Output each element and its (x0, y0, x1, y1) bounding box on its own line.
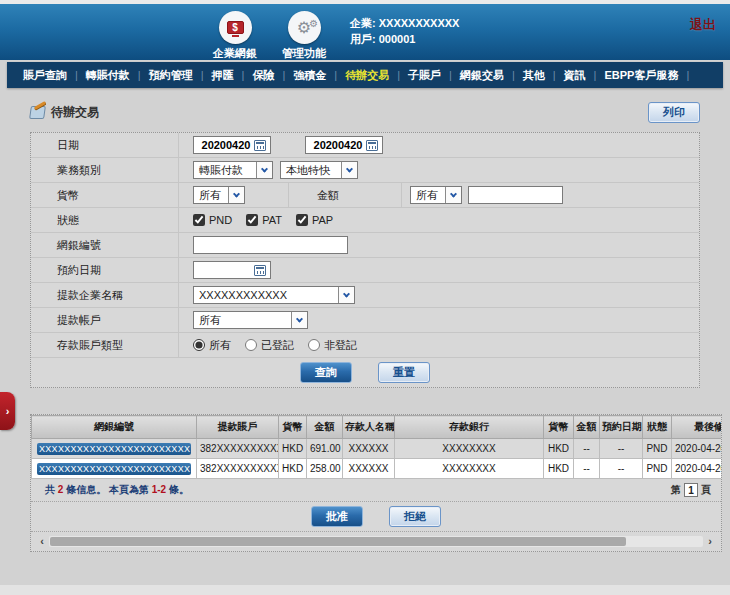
nav-item-sub-account[interactable]: 子賬戶 (408, 68, 460, 83)
scrollbar-thumb[interactable] (50, 537, 626, 546)
deposit-type-radio-all[interactable] (193, 339, 205, 351)
col-ebank-no: 網銀編號 (32, 416, 197, 439)
schedule-date-field (193, 261, 271, 279)
ebanking-menu-button[interactable]: $ 企業網銀 (203, 11, 267, 61)
nav-item-insurance[interactable]: 保險 (252, 68, 293, 83)
deposit-type-option-all: 所有 (193, 338, 231, 353)
schedule-date-input[interactable] (198, 263, 248, 277)
withdraw-account-select[interactable]: 所有 (193, 311, 308, 329)
chevron-down-icon (445, 187, 461, 203)
search-form: 日期 業務類別 轉賬付款 本地特快 (30, 132, 700, 388)
chevron-down-icon (291, 312, 307, 328)
edit-note-icon (29, 106, 46, 119)
nav-item-account-inquiry[interactable]: 賬戶查詢 (23, 68, 86, 83)
dollar-monitor-icon: $ (227, 21, 244, 34)
ebanking-icon: $ (219, 11, 252, 44)
col-withdraw-account: 提款賬戶 (197, 416, 279, 439)
nav-item-information[interactable]: 資訊 (564, 68, 605, 83)
currency-select[interactable]: 所有 (193, 186, 245, 204)
nav-item-trade-bills[interactable]: 押匯 (212, 68, 253, 83)
deposit-type-unregistered-label: 非登記 (324, 338, 357, 353)
status-checkbox-pnd[interactable] (193, 214, 205, 226)
col-currency-1: 貨幣 (279, 416, 307, 439)
scroll-left-icon[interactable]: ‹ (35, 535, 49, 548)
page-suffix: 頁 (701, 483, 711, 497)
col-last-modified: 最後修改日期 (672, 416, 722, 439)
biz-subtype-select[interactable]: 本地特快 (280, 161, 358, 179)
table-header-row: 網銀編號 提款賬戶 貨幣 金額 存款人名稱 存款銀行 貨幣 金額 預約日期 狀態… (32, 416, 722, 439)
chevron-down-icon (256, 162, 272, 178)
chevron-down-icon (341, 162, 357, 178)
admin-icon-label: 管理功能 (272, 46, 336, 61)
scrollbar-track[interactable] (49, 536, 703, 547)
record-range: 1-2 (152, 484, 166, 495)
col-status: 狀態 (643, 416, 672, 439)
ebank-no-input[interactable] (193, 236, 348, 254)
nav-item-ebank-transactions[interactable]: 網銀交易 (460, 68, 523, 83)
deposit-type-option-unregistered: 非登記 (308, 338, 357, 353)
status-label: 狀態 (31, 208, 179, 232)
company-name-label: 提款企業名稱 (31, 283, 179, 307)
print-button[interactable]: 列印 (648, 102, 700, 123)
col-currency-2: 貨幣 (544, 416, 574, 439)
date-to-input[interactable] (310, 138, 366, 152)
status-option-pat: PAT (246, 214, 282, 226)
amount-op-select[interactable]: 所有 (410, 186, 462, 204)
user-value: 000001 (379, 33, 416, 45)
status-checkbox-pat[interactable] (246, 214, 258, 226)
table-row[interactable]: XXXXXXXXXXXXXXXXXXXXXXXX 382XXXXXXXXXXXX… (32, 439, 722, 459)
biz-type-select[interactable]: 轉賬付款 (193, 161, 273, 179)
nav-item-mpf[interactable]: 強積金 (293, 68, 345, 83)
user-label: 用戶: (350, 33, 376, 45)
side-panel-toggle[interactable]: › (0, 392, 15, 430)
calendar-icon[interactable] (254, 265, 266, 276)
gear-icon: ⚙⚙ (288, 11, 321, 44)
ebank-no-link[interactable]: XXXXXXXXXXXXXXXXXXXXXXXX (37, 463, 191, 475)
chevron-down-icon (228, 187, 244, 203)
deposit-type-radio-registered[interactable] (245, 339, 257, 351)
deposit-type-all-label: 所有 (209, 338, 231, 353)
deposit-type-registered-label: 已登記 (261, 338, 294, 353)
logout-button[interactable]: 退出 (690, 16, 716, 34)
ebank-no-label: 網銀編號 (31, 233, 179, 257)
table-row[interactable]: XXXXXXXXXXXXXXXXXXXXXXXX 382XXXXXXXXXXXX… (32, 459, 722, 479)
pagination: 第 1 頁 (671, 483, 711, 497)
calendar-icon[interactable] (254, 140, 266, 151)
nav-item-ebpp-service[interactable]: EBPP客戶服務 (604, 68, 697, 83)
date-label: 日期 (31, 133, 179, 157)
admin-menu-button[interactable]: ⚙⚙ 管理功能 (272, 11, 336, 61)
date-to-field (305, 136, 383, 154)
ebank-no-link[interactable]: XXXXXXXXXXXXXXXXXXXXXXXX (37, 443, 191, 455)
currency-label: 貨幣 (31, 183, 179, 207)
results-table-wrap: 網銀編號 提款賬戶 貨幣 金額 存款人名稱 存款銀行 貨幣 金額 預約日期 狀態… (31, 415, 721, 479)
results-panel: 網銀編號 提款賬戶 貨幣 金額 存款人名稱 存款銀行 貨幣 金額 預約日期 狀態… (30, 414, 722, 552)
amount-label: 金額 (289, 183, 402, 207)
session-info: 企業: XXXXXXXXXXX 用戶: 000001 (350, 15, 459, 47)
company-value: XXXXXXXXXXX (379, 17, 460, 29)
biz-type-label: 業務類別 (31, 158, 179, 182)
status-checkbox-pap[interactable] (296, 214, 308, 226)
company-label: 企業: (350, 17, 376, 29)
deposit-type-label: 存款賬戶類型 (31, 333, 179, 357)
nav-item-transfer-payment[interactable]: 轉賬付款 (86, 68, 149, 83)
col-deposit-bank: 存款銀行 (395, 416, 544, 439)
scroll-right-icon[interactable]: › (703, 535, 717, 548)
company-name-select[interactable]: XXXXXXXXXXXX (193, 286, 355, 304)
amount-input[interactable] (468, 186, 563, 204)
nav-item-pending-transactions[interactable]: 待辦交易 (345, 68, 408, 83)
reset-button[interactable]: 重置 (378, 362, 430, 383)
page-number-input[interactable]: 1 (684, 483, 698, 497)
nav-item-schedule-management[interactable]: 預約管理 (149, 68, 212, 83)
bottom-strip (0, 585, 730, 595)
calendar-icon[interactable] (366, 140, 378, 151)
approve-button[interactable]: 批准 (311, 506, 363, 527)
query-button[interactable]: 查詢 (300, 362, 352, 383)
page-title: 待辦交易 (30, 104, 99, 121)
nav-item-others[interactable]: 其他 (523, 68, 564, 83)
reject-button[interactable]: 拒絕 (389, 506, 441, 527)
deposit-type-radio-unregistered[interactable] (308, 339, 320, 351)
record-summary: 共 2 條信息。 本頁為第 1-2 條。 (45, 483, 189, 497)
date-from-input[interactable] (198, 138, 254, 152)
withdraw-account-label: 提款帳戶 (31, 308, 179, 332)
record-count: 2 (58, 484, 64, 495)
